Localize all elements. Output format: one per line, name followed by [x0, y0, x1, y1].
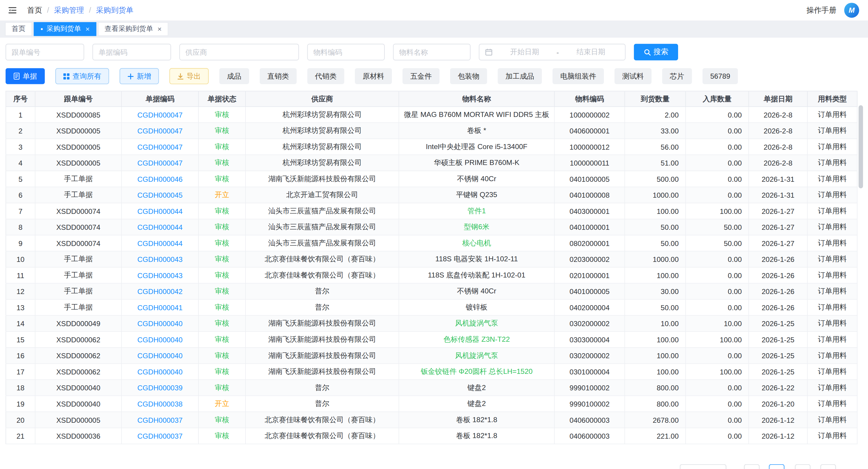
category-button[interactable]: 测试料	[615, 68, 652, 84]
cell-doc_code: CGDH000047	[122, 155, 198, 171]
cell-inbound_qty: 100.00	[686, 363, 749, 380]
document-code-link[interactable]: CGDH000040	[137, 351, 183, 360]
document-code-link[interactable]: CGDH000047	[137, 159, 183, 167]
cell-material_code: 0401000005	[554, 284, 625, 300]
category-button[interactable]: 五金件	[403, 68, 440, 84]
document-icon	[13, 72, 20, 80]
document-code-link[interactable]: CGDH000044	[137, 207, 183, 215]
vertical-scrollbar-thumb[interactable]	[859, 105, 863, 188]
cell-inbound_qty: 0.00	[686, 155, 749, 171]
document-code-link[interactable]: CGDH000044	[137, 239, 183, 247]
pagination-prev-button[interactable]	[744, 464, 760, 469]
page-size-select[interactable]	[680, 464, 726, 469]
table-row: 20XSDD000005CGDH000037审核北京赛佳味餐饮有限公司（赛百味）…	[6, 412, 858, 428]
cell-material_name: 钣金铰链件 Φ20圆杆 总长LH=1520	[399, 363, 554, 380]
document-code-link[interactable]: CGDH000047	[137, 127, 183, 135]
pagination-page-button-active[interactable]	[769, 464, 784, 469]
cell-arrival_qty: 800.00	[625, 395, 686, 412]
cell-usage_type: 订单用料	[807, 331, 857, 348]
column-header-status: 单据状态	[198, 91, 246, 107]
document-code-link[interactable]: CGDH000047	[137, 143, 183, 151]
category-button[interactable]: 原材料	[355, 68, 392, 84]
cell-doc_code: CGDH000043	[122, 251, 198, 267]
document-code-link[interactable]: CGDH000038	[137, 400, 183, 408]
cell-usage_type: 订单用料	[807, 203, 857, 219]
breadcrumb-item[interactable]: 采购管理	[54, 5, 84, 15]
document-code-link[interactable]: CGDH000047	[137, 111, 183, 119]
category-button[interactable]: 电脑组装件	[552, 68, 604, 84]
cell-material_name: 卷板 182*1.8	[399, 428, 554, 444]
tab-item[interactable]: 首页	[5, 22, 32, 36]
follow-order-no-input[interactable]	[6, 44, 84, 60]
document-code-input[interactable]	[92, 44, 171, 60]
query-all-button[interactable]: 查询所有	[55, 68, 109, 84]
pagination-next-button[interactable]	[820, 464, 836, 469]
cell-follow_no: 手工单据	[35, 267, 121, 284]
date-range-picker[interactable]: 开始日期-结束日期	[479, 44, 625, 60]
document-code-link[interactable]: CGDH000040	[137, 319, 183, 328]
category-button[interactable]: 加工成品	[498, 68, 542, 84]
cell-supplier: 汕头市三辰蓝猫产品发展有限公司	[246, 219, 399, 235]
breadcrumb-item[interactable]: 首页	[27, 5, 42, 15]
material-code-input[interactable]	[307, 44, 384, 60]
category-button[interactable]: 代销类	[307, 68, 344, 84]
material-name-input[interactable]	[393, 44, 470, 60]
cell-supplier: 北京赛佳味餐饮有限公司（赛百味）	[246, 251, 399, 267]
cell-doc_code: CGDH000047	[122, 122, 198, 139]
cell-material_name: 微星 MAG B760M MORTAR WIFI DDR5 主板	[399, 107, 554, 123]
document-code-link[interactable]: CGDH000040	[137, 368, 183, 376]
category-button[interactable]: 成品	[219, 68, 249, 84]
cell-status: 审核	[198, 348, 246, 364]
document-code-link[interactable]: CGDH000037	[137, 432, 183, 440]
add-button[interactable]: 新增	[120, 68, 159, 84]
cell-doc_code: CGDH000044	[122, 235, 198, 251]
document-code-link[interactable]: CGDH000044	[137, 223, 183, 231]
tab-active-item[interactable]: ●采购到货单×	[34, 22, 96, 36]
document-code-link[interactable]: CGDH000042	[137, 287, 183, 295]
cell-doc_code: CGDH000040	[122, 348, 198, 364]
menu-fold-icon[interactable]	[8, 6, 17, 15]
supplier-input[interactable]	[179, 44, 299, 60]
cell-follow_no: XSDD000062	[35, 348, 121, 364]
category-button[interactable]: 芯片	[662, 68, 692, 84]
document-code-link[interactable]: CGDH000039	[137, 384, 183, 392]
document-code-link[interactable]: CGDH000043	[137, 271, 183, 279]
tab-close-icon[interactable]: ×	[85, 25, 90, 33]
cell-arrival_qty: 100.00	[625, 363, 686, 380]
cell-inbound_qty: 50.00	[686, 235, 749, 251]
cell-seq: 17	[6, 363, 35, 380]
document-code-link[interactable]: CGDH000040	[137, 335, 183, 344]
status-text: 审核	[215, 174, 229, 183]
column-header-doc_date: 单据日期	[749, 91, 807, 107]
document-code-link[interactable]: CGDH000043	[137, 255, 183, 263]
cell-doc_code: CGDH000040	[122, 363, 198, 380]
document-code-link[interactable]: CGDH000037	[137, 416, 183, 424]
document-code-link[interactable]: CGDH000045	[137, 191, 183, 199]
export-button[interactable]: 导出	[169, 68, 209, 84]
table-row: 4XSDD000005CGDH000047审核杭州彩球坊贸易有限公司华硕主板 P…	[6, 155, 858, 171]
tab-label: 首页	[11, 25, 25, 34]
category-button[interactable]: 直销类	[260, 68, 297, 84]
manual-link[interactable]: 操作手册	[806, 5, 837, 15]
active-tab-dot: ●	[40, 27, 43, 31]
document-code-link[interactable]: CGDH000046	[137, 175, 183, 183]
cell-seq: 13	[6, 299, 35, 316]
tab-item[interactable]: 查看采购到货单×	[98, 22, 168, 36]
cell-arrival_qty: 50.00	[625, 219, 686, 235]
tab-close-icon[interactable]: ×	[157, 25, 162, 33]
cell-seq: 3	[6, 139, 35, 155]
category-button[interactable]: 56789	[703, 68, 738, 84]
document-code-link[interactable]: CGDH000041	[137, 303, 183, 312]
user-avatar[interactable]: M	[844, 3, 859, 18]
cell-follow_no: XSDD000062	[35, 331, 121, 348]
cell-doc_code: CGDH000040	[122, 331, 198, 348]
cell-material_name: 不锈钢 40Cr	[399, 284, 554, 300]
pagination-page-button[interactable]	[795, 464, 811, 469]
search-button[interactable]: 搜索	[634, 44, 678, 60]
cell-inbound_qty: 0.00	[686, 348, 749, 364]
table-row: 12手工单据CGDH000042审核普尔不锈钢 40Cr040100000530…	[6, 284, 858, 300]
category-button[interactable]: 包装物	[450, 68, 487, 84]
document-button[interactable]: 单据	[6, 68, 45, 84]
cell-supplier: 北京开迪工贸有限公司	[246, 187, 399, 203]
calendar-icon	[485, 48, 493, 56]
